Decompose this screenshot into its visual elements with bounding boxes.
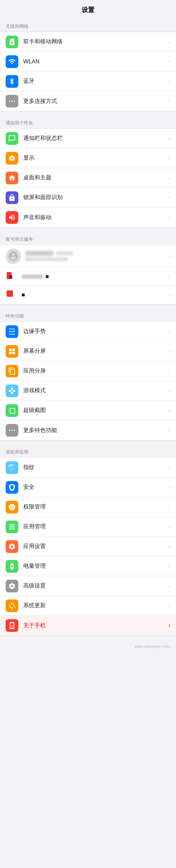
menu-item-edge[interactable]: 边缘手势 ›	[0, 322, 176, 341]
svg-point-7	[11, 430, 13, 431]
menu-item-about[interactable]: 关于手机 ›	[0, 616, 176, 635]
menu-item-split[interactable]: 屏幕分屏 ›	[0, 341, 176, 361]
battery-chevron: ›	[169, 563, 170, 570]
menu-item-more-feat[interactable]: 更多特色功能 ›	[0, 420, 176, 440]
edge-label: 边缘手势	[23, 328, 166, 335]
permission-chevron: ›	[169, 504, 170, 510]
page-title: 设置	[0, 0, 176, 18]
display-chevron: ›	[169, 155, 170, 161]
svg-point-8	[14, 430, 15, 431]
fingerprint-icon	[6, 461, 18, 474]
split-label: 屏幕分屏	[23, 347, 166, 355]
desktop-icon	[6, 172, 18, 184]
bt-chevron: ›	[169, 78, 170, 85]
section-body-network: 双卡和移动网络 › WLAN › 蓝牙 › 更多连接方式 ›	[0, 32, 176, 111]
account-sub-blur	[25, 257, 68, 261]
gap-2	[0, 228, 176, 231]
lock-label: 锁屏和面部识别	[23, 194, 166, 201]
menu-item-permission[interactable]: 权限管理 ›	[0, 497, 176, 517]
advanced-icon	[6, 580, 18, 592]
split-icon	[6, 345, 18, 358]
svg-point-2	[14, 100, 15, 102]
game-label: 游戏模式	[23, 387, 166, 394]
more-conn-icon	[6, 95, 18, 107]
fingerprint-chevron: ›	[169, 464, 170, 471]
menu-item-game[interactable]: 游戏模式 ›	[0, 381, 176, 401]
more-feat-chevron: ›	[169, 427, 170, 433]
account-info	[25, 251, 166, 261]
menu-item-battery[interactable]: 电量管理 ›	[0, 556, 176, 576]
edge-icon	[6, 325, 18, 338]
account-name-row	[25, 251, 166, 256]
section-account: 账号和云服务 ›	[0, 231, 176, 304]
account-main-chevron: ›	[169, 253, 170, 259]
appmanage-label: 应用管理	[23, 523, 166, 530]
edge-chevron: ›	[169, 328, 170, 335]
notification-icon	[6, 132, 18, 145]
desktop-chevron: ›	[169, 175, 170, 181]
svg-point-0	[9, 100, 11, 102]
wlan-label: WLAN	[23, 59, 166, 65]
menu-item-sound[interactable]: 声音和振动 ›	[0, 208, 176, 227]
menu-item-security[interactable]: 安全 ›	[0, 478, 176, 497]
about-chevron: ›	[169, 622, 170, 629]
security-icon	[6, 481, 18, 494]
menu-item-account-main[interactable]: ›	[0, 245, 176, 267]
clone-icon	[6, 365, 18, 377]
menu-item-display[interactable]: 显示 ›	[0, 148, 176, 168]
clone-label: 应用分身	[23, 367, 166, 375]
account-avatar	[6, 248, 21, 264]
security-label: 安全	[23, 484, 166, 491]
menu-item-appsetting[interactable]: 应用设置 ›	[0, 537, 176, 556]
screenshot-chevron: ›	[169, 407, 170, 414]
more-conn-label: 更多连接方式	[23, 98, 166, 105]
section-features: 特色功能 边缘手势 › 屏幕分屏 › 应用分身 ›	[0, 308, 176, 441]
account-tertiary-icon	[6, 289, 17, 301]
menu-item-desktop[interactable]: 桌面和主题 ›	[0, 168, 176, 188]
bluetooth-icon	[6, 75, 18, 88]
watermark-area: www.dqiengzhu.com	[0, 636, 176, 657]
lock-chevron: ›	[169, 195, 170, 201]
advanced-chevron: ›	[169, 583, 170, 589]
menu-item-bt[interactable]: 蓝牙 ›	[0, 72, 176, 91]
gap-3	[0, 304, 176, 308]
menu-item-account-tertiary[interactable]: ›	[0, 286, 176, 304]
section-header-system: 系统和应用	[0, 444, 176, 457]
update-chevron: ›	[169, 603, 170, 609]
menu-item-wlan[interactable]: WLAN ›	[0, 52, 176, 72]
about-label: 关于手机	[23, 622, 166, 629]
section-body-features: 边缘手势 › 屏幕分屏 › 应用分身 › 游戏模式 ›	[0, 321, 176, 441]
display-icon	[6, 152, 18, 165]
menu-item-more-conn[interactable]: 更多连接方式 ›	[0, 91, 176, 111]
desktop-label: 桌面和主题	[23, 174, 166, 181]
appsetting-label: 应用设置	[23, 543, 166, 550]
more-feat-icon	[6, 424, 18, 437]
menu-item-sim[interactable]: 双卡和移动网络 ›	[0, 32, 176, 52]
menu-item-screenshot[interactable]: 超级截图 ›	[0, 401, 176, 420]
menu-item-advanced[interactable]: 高级设置 ›	[0, 576, 176, 596]
game-icon	[6, 384, 18, 397]
bt-label: 蓝牙	[23, 78, 166, 85]
notification-label: 通知栏和状态栏	[23, 135, 166, 142]
menu-item-fingerprint[interactable]: 指纹 ›	[0, 458, 176, 478]
sim-chevron: ›	[169, 39, 170, 45]
sound-chevron: ›	[169, 214, 170, 221]
advanced-label: 高级设置	[23, 582, 166, 590]
menu-item-notification[interactable]: 通知栏和状态栏 ›	[0, 129, 176, 148]
svg-point-6	[9, 430, 11, 431]
menu-item-appmanage[interactable]: 应用管理 ›	[0, 517, 176, 537]
menu-item-account-secondary[interactable]: ›	[0, 267, 176, 286]
split-chevron: ›	[169, 348, 170, 355]
wlan-chevron: ›	[169, 59, 170, 65]
sound-label: 声音和振动	[23, 214, 166, 221]
menu-item-update[interactable]: 系统更新 ›	[0, 596, 176, 616]
game-chevron: ›	[169, 388, 170, 394]
section-header-account: 账号和云服务	[0, 231, 176, 245]
watermark-text: www.dqiengzhu.com	[135, 644, 170, 648]
menu-item-clone[interactable]: 应用分身 ›	[0, 361, 176, 381]
svg-rect-5	[7, 290, 13, 297]
menu-item-lock[interactable]: 锁屏和面部识别 ›	[0, 188, 176, 208]
appsetting-chevron: ›	[169, 543, 170, 550]
screenshot-icon	[6, 404, 18, 417]
section-header-personalization: 通知和个性化	[0, 115, 176, 128]
